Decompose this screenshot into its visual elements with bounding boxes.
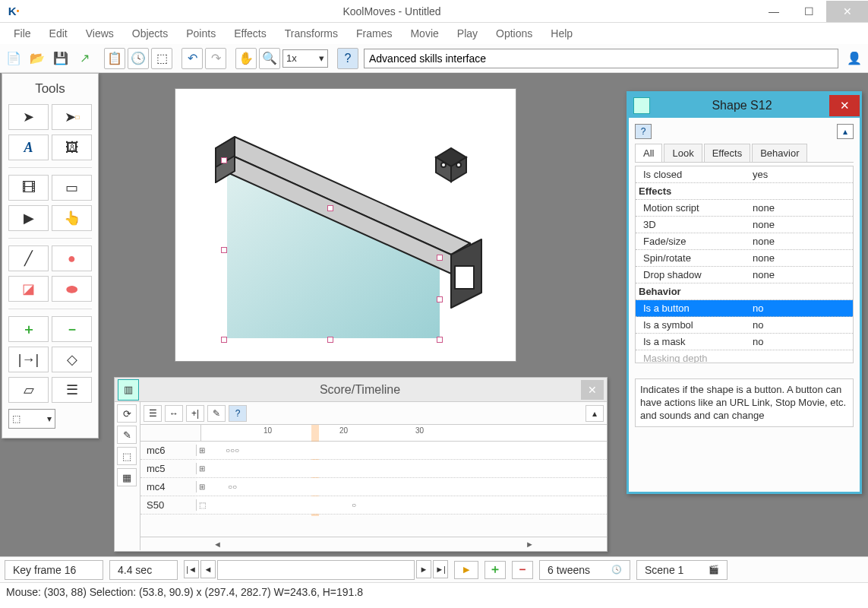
menu-transforms[interactable]: Transforms [277,24,346,43]
menu-help[interactable]: Help [543,24,580,43]
text-tool-icon[interactable]: A [8,135,49,160]
selection-handle[interactable] [221,247,227,253]
scene-indicator[interactable]: Scene 1🎬 [636,560,728,580]
menu-points[interactable]: Points [178,24,223,43]
hand-icon[interactable]: ✋ [235,48,257,69]
props-grid[interactable]: Is closedyesEffectsMotion scriptnone3Dno… [635,166,854,363]
add-point-icon[interactable]: ＋ [8,316,49,342]
line-tool-icon[interactable]: ╱ [8,245,49,271]
minimize-button[interactable]: — [756,1,791,22]
tool-options-select[interactable]: ⬚▾ [8,409,55,429]
nav-next-icon[interactable]: ► [416,560,431,578]
export-icon[interactable]: ↗ [74,48,95,69]
new-icon[interactable]: 📄 [3,48,24,69]
selection-handle[interactable] [221,337,227,343]
menu-play[interactable]: Play [450,24,485,43]
open-icon[interactable]: 📂 [27,48,48,69]
props-help-icon[interactable]: ? [635,124,652,139]
menu-effects[interactable]: Effects [226,24,274,43]
video-tool-icon[interactable]: ▶ [8,205,49,231]
prop-row[interactable]: 3Dnone [636,217,853,233]
paint-icon[interactable]: ▱ [8,377,49,403]
tl-span-icon[interactable]: ↔ [165,405,183,422]
prop-row[interactable]: Fade/sizenone [636,233,853,250]
user-icon[interactable]: 👤 [844,48,865,69]
redo-icon[interactable]: ↷ [205,48,226,69]
timeline-row[interactable]: mc6 ⊞○○○ [140,442,607,460]
select-tool-icon[interactable]: ➤ [8,104,49,130]
selection-handle[interactable] [437,255,443,261]
prop-row[interactable]: Is a maskno [636,334,853,350]
menu-objects[interactable]: Objects [125,24,175,43]
menu-options[interactable]: Options [488,24,540,43]
tab-effects[interactable]: Effects [704,144,751,162]
tl-help-icon[interactable]: ? [229,405,247,422]
selection-handle[interactable] [221,157,227,163]
tl-layer-icon[interactable]: ☰ [144,405,162,422]
menu-movie[interactable]: Movie [402,24,446,43]
properties-icon[interactable]: 📋 [104,48,125,69]
history-icon[interactable]: 🕓 [128,48,149,69]
tweens-indicator[interactable]: 6 tweens🕓 [539,560,630,580]
tl-collapse-icon[interactable]: ▴ [586,405,604,422]
play-icon[interactable]: ▶ [454,561,478,579]
zoom-select[interactable]: 1x▾ [282,49,328,68]
tab-look[interactable]: Look [664,144,702,162]
props-collapse-icon[interactable]: ▴ [837,124,854,139]
frame-scrubber[interactable] [217,560,415,580]
props-close-button[interactable]: ✕ [829,95,860,116]
prop-row[interactable]: Masking depth [636,350,853,363]
prop-row[interactable]: Is closedyes [636,166,853,183]
delete-frame-icon[interactable]: － [512,561,533,579]
timeline-close-button[interactable]: ✕ [581,380,604,400]
selection-handle[interactable] [437,337,443,343]
undo-icon[interactable]: ↶ [181,48,203,69]
rect-tool-icon[interactable]: ◪ [8,276,49,302]
prop-row[interactable]: Behavior [636,283,853,300]
prop-row[interactable]: Spin/rotatenone [636,250,853,267]
prop-row[interactable]: Is a buttonno [636,300,853,317]
image-tool-icon[interactable]: 🖼 [52,135,92,160]
tl-edit-icon[interactable]: ✎ [207,405,226,422]
zoom-icon[interactable]: 🔍 [259,48,280,69]
timeline-clock-icon[interactable]: ⟳ [117,404,137,423]
movieclip-tool-icon[interactable]: 🎞 [8,175,49,201]
menu-views[interactable]: Views [78,24,122,43]
timeline-row[interactable]: S50 ⬚○ [140,496,607,515]
menu-frames[interactable]: Frames [349,24,399,43]
add-frame-icon[interactable]: ＋ [485,561,506,579]
timeline-wand-icon[interactable]: ✎ [117,426,137,444]
tab-all[interactable]: All [635,144,662,162]
blob-tool-icon[interactable]: ⬬ [52,276,92,302]
component-tool-icon[interactable]: ▭ [52,175,92,201]
ellipse-tool-icon[interactable]: ● [52,245,92,271]
timeline-row[interactable]: mc4 ⊞○○ [140,478,607,496]
nav-prev-icon[interactable]: ◄ [200,560,216,578]
library-icon[interactable]: ⬚ [151,48,172,69]
maximize-button[interactable]: ☐ [791,1,826,22]
timeline-grid-icon[interactable]: ▦ [117,468,137,486]
prop-row[interactable]: Drop shadownone [636,267,853,283]
timeline-layers-icon[interactable]: ⬚ [117,447,137,465]
close-button[interactable]: ✕ [826,1,868,22]
save-icon[interactable]: 💾 [50,48,71,69]
menu-edit[interactable]: Edit [42,24,75,43]
menu-file[interactable]: File [6,24,39,43]
gradient-icon[interactable]: ☰ [52,377,92,403]
canvas[interactable] [175,88,516,362]
timeline-scrollbar[interactable]: ◄► [140,537,607,550]
prop-row[interactable]: Motion scriptnone [636,200,853,217]
prop-row[interactable]: Effects [636,183,853,200]
tl-insert-icon[interactable]: +| [186,405,204,422]
selection-handle[interactable] [327,337,333,343]
selection-handle[interactable] [437,296,443,302]
transform-icon[interactable]: |→| [8,347,49,372]
timeline-row[interactable]: mc5 ⊞ [140,460,607,478]
nav-first-icon[interactable]: |◄ [184,560,199,578]
nav-last-icon[interactable]: ►| [433,560,448,578]
button-tool-icon[interactable]: 👆 [52,205,92,231]
selection-handle[interactable] [327,205,333,211]
subselect-tool-icon[interactable]: ➤□ [52,104,92,130]
remove-point-icon[interactable]: － [52,316,92,342]
keyframe-indicator[interactable]: Key frame 16 [5,560,103,580]
